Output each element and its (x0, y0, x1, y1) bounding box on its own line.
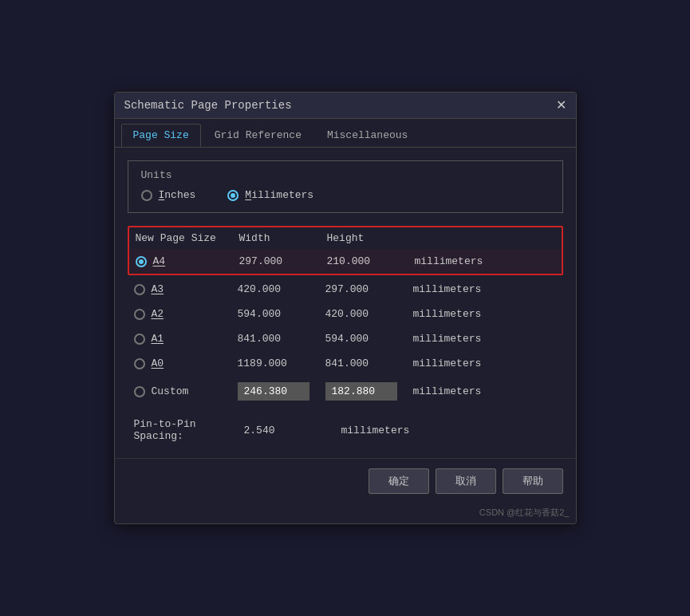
pin-spacing-label: Pin-to-Pin Spacing: (134, 418, 238, 442)
a2-radio[interactable] (134, 309, 145, 320)
tab-bar: Page Size Grid Reference Miscellaneous (115, 119, 576, 148)
a2-unit: millimeters (407, 302, 563, 326)
help-button[interactable]: 帮助 (503, 468, 563, 494)
a4-height: 210.000 (321, 249, 408, 274)
a0-radio[interactable] (134, 358, 145, 369)
a0-width: 1189.000 (231, 351, 319, 376)
a4-unit: millimeters (408, 249, 562, 274)
a3-label: A3 (152, 283, 164, 295)
page-size-selected-highlight: New Page Size Width Height A4 (128, 226, 563, 275)
tab-content: Units Inches Millimeters (115, 148, 576, 458)
units-group: Units Inches Millimeters (128, 160, 563, 213)
row-a2[interactable]: A2 594.000 420.000 millimeters (128, 302, 563, 326)
custom-height-input[interactable] (325, 382, 397, 401)
dialog: Schematic Page Properties ✕ Page Size Gr… (114, 92, 577, 524)
custom-radio[interactable] (134, 386, 145, 397)
custom-name-cell: Custom (128, 376, 231, 407)
header-width: Width (233, 227, 321, 249)
a4-radio[interactable] (136, 256, 147, 267)
a4-label: A4 (153, 255, 166, 267)
custom-height-cell (319, 376, 407, 407)
custom-width-input[interactable] (238, 382, 310, 401)
a1-height: 594.000 (319, 326, 407, 351)
a1-width: 841.000 (231, 326, 319, 351)
pin-spacing-value: 2.540 (238, 424, 325, 436)
table-header: New Page Size Width Height (129, 227, 562, 249)
page-size-table: New Page Size Width Height A4 (129, 227, 562, 274)
a3-unit: millimeters (407, 277, 563, 302)
row-a4[interactable]: A4 297.000 210.000 millimeters (129, 249, 562, 274)
a2-height: 420.000 (319, 302, 407, 326)
custom-label: Custom (152, 385, 189, 397)
cancel-button[interactable]: 取消 (436, 468, 496, 494)
inches-label: Inches (159, 189, 196, 201)
close-button[interactable]: ✕ (556, 99, 566, 112)
a2-width: 594.000 (231, 302, 319, 326)
row-a3[interactable]: A3 420.000 297.000 millimeters (128, 277, 563, 302)
custom-width-cell (231, 376, 319, 407)
a1-radio[interactable] (134, 334, 145, 345)
pin-spacing-row: Pin-to-Pin Spacing: 2.540 millimeters (128, 410, 563, 445)
header-height: Height (321, 227, 408, 249)
header-unit (408, 227, 562, 249)
a0-unit: millimeters (407, 351, 563, 376)
a1-name-cell: A1 (128, 326, 231, 351)
a4-name-cell: A4 (129, 249, 233, 274)
a1-unit: millimeters (407, 326, 563, 351)
a3-height: 297.000 (319, 277, 407, 302)
a1-label: A1 (152, 333, 164, 345)
title-bar: Schematic Page Properties ✕ (115, 93, 576, 119)
a3-radio[interactable] (134, 284, 145, 295)
dialog-title: Schematic Page Properties (124, 99, 292, 112)
a2-label: A2 (152, 308, 164, 320)
tab-grid-reference[interactable]: Grid Reference (203, 124, 313, 147)
page-size-rest-table: A3 420.000 297.000 millimeters A2 594.00… (128, 277, 563, 407)
a3-width: 420.000 (231, 277, 319, 302)
a0-name-cell: A0 (128, 351, 231, 376)
watermark: CSDN @红花与香菇2_ (115, 503, 576, 523)
header-name: New Page Size (129, 227, 233, 249)
tab-page-size[interactable]: Page Size (121, 124, 201, 147)
inches-radio[interactable] (141, 190, 152, 201)
units-options: Inches Millimeters (141, 189, 550, 201)
millimeters-option[interactable]: Millimeters (227, 189, 313, 201)
row-a0[interactable]: A0 1189.000 841.000 millimeters (128, 351, 563, 376)
custom-unit: millimeters (407, 376, 563, 407)
tab-miscellaneous[interactable]: Miscellaneous (315, 124, 420, 147)
millimeters-radio[interactable] (227, 190, 239, 201)
millimeters-label: Millimeters (245, 189, 313, 201)
pin-spacing-unit: millimeters (325, 424, 410, 436)
row-a1[interactable]: A1 841.000 594.000 millimeters (128, 326, 563, 351)
a2-name-cell: A2 (128, 302, 231, 326)
row-custom[interactable]: Custom millimeters (128, 376, 563, 407)
inches-option[interactable]: Inches (141, 189, 196, 201)
a0-height: 841.000 (319, 351, 407, 376)
a0-label: A0 (152, 357, 164, 369)
dialog-footer: 确定 取消 帮助 (115, 458, 576, 503)
a3-name-cell: A3 (128, 277, 231, 302)
confirm-button[interactable]: 确定 (369, 468, 429, 494)
a4-width: 297.000 (233, 249, 321, 274)
units-legend: Units (141, 169, 550, 181)
